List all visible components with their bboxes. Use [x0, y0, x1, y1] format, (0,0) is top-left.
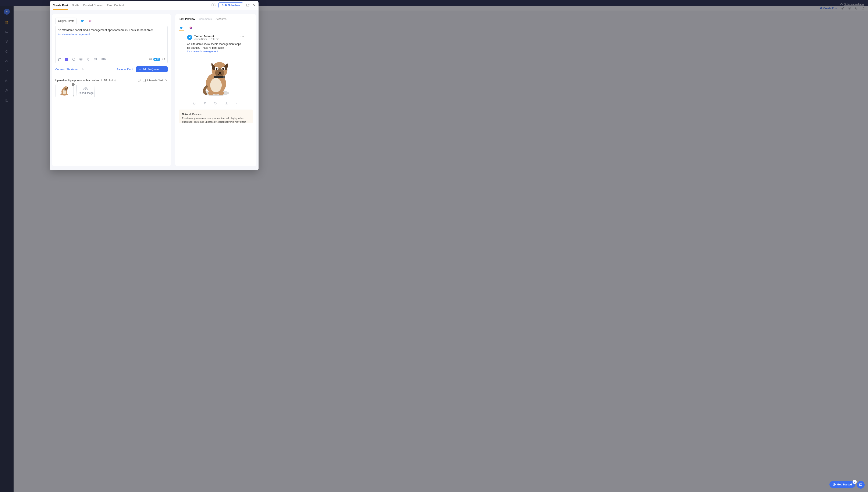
- preview-network-instagram[interactable]: [188, 25, 194, 30]
- tab-create-post[interactable]: Create Post: [53, 1, 68, 10]
- svg-point-28: [73, 59, 73, 59]
- tweet-meta: @userName · 12:40 pm: [194, 38, 219, 40]
- svg-rect-24: [58, 59, 59, 60]
- svg-point-27: [73, 58, 75, 60]
- help-icon[interactable]: ?: [211, 3, 216, 7]
- instagram-tab-icon[interactable]: [89, 19, 92, 23]
- close-modal-button[interactable]: ✕: [253, 3, 255, 7]
- remove-image-icon[interactable]: ✕: [72, 83, 75, 86]
- location-icon[interactable]: [86, 58, 90, 61]
- svg-point-21: [91, 20, 91, 20]
- post-composer: An affordable social media management ap…: [55, 26, 168, 63]
- tab-drafts[interactable]: Drafts: [72, 1, 79, 10]
- char-count: 98: [149, 58, 152, 61]
- svg-point-56: [216, 68, 218, 70]
- svg-rect-19: [89, 20, 91, 22]
- svg-point-52: [210, 78, 221, 92]
- stats-icon[interactable]: [235, 101, 239, 105]
- edit-image-icon[interactable]: ✎: [73, 95, 75, 97]
- retweet-icon[interactable]: [203, 101, 207, 105]
- svg-rect-44: [64, 90, 67, 91]
- network-preview-note: Network Preview Preview approximates how…: [179, 109, 253, 123]
- tweet-text: An affordable social media management ap…: [187, 42, 245, 54]
- preview-tab-post[interactable]: Post Preview: [179, 18, 195, 23]
- svg-rect-22: [58, 58, 59, 59]
- upload-info-icon[interactable]: i: [138, 79, 141, 82]
- get-started-badge: 3: [853, 480, 857, 484]
- create-post-modal: Create Post Drafts Curated Content Feed …: [50, 1, 258, 170]
- external-icon[interactable]: [246, 3, 250, 7]
- hashtag-count: # 1: [162, 58, 165, 61]
- twitter-tab-icon[interactable]: [81, 19, 84, 23]
- tab-curated[interactable]: Curated Content: [83, 1, 103, 10]
- utm-button[interactable]: UTM: [101, 58, 106, 61]
- upload-image-button[interactable]: Upload Image: [76, 84, 95, 97]
- svg-point-36: [63, 90, 66, 95]
- svg-rect-47: [190, 27, 192, 29]
- get-started-button[interactable]: Get Started 3: [829, 481, 855, 488]
- tweet-image: [198, 57, 234, 98]
- svg-point-58: [222, 68, 224, 70]
- preview-network-twitter[interactable]: [179, 25, 184, 30]
- bulk-schedule-button[interactable]: Bulk Schedule: [219, 2, 243, 8]
- upload-label: Upload multiple photos with a post (up t…: [55, 79, 116, 82]
- svg-point-46: [65, 94, 67, 95]
- svg-text:C: C: [66, 58, 67, 60]
- svg-point-63: [218, 91, 224, 95]
- svg-point-43: [66, 89, 66, 89]
- svg-text:GIF: GIF: [80, 59, 82, 60]
- gif-icon[interactable]: GIF: [79, 58, 83, 61]
- add-to-queue-button[interactable]: Add To Queue: [136, 66, 162, 72]
- svg-point-59: [219, 72, 221, 74]
- share-icon[interactable]: [225, 101, 228, 105]
- svg-rect-18: [247, 4, 249, 6]
- dog-image: [58, 85, 71, 96]
- svg-point-42: [67, 88, 67, 88]
- twitter-avatar: [187, 35, 192, 40]
- tab-feed[interactable]: Feed Content: [107, 1, 124, 10]
- add-to-queue-dropdown[interactable]: [162, 66, 168, 72]
- tweet-more-icon[interactable]: ···: [241, 35, 245, 39]
- chat-bubble-button[interactable]: [857, 481, 865, 489]
- uploaded-image-thumb[interactable]: ✕ ✎: [55, 84, 74, 97]
- reply-icon[interactable]: [193, 101, 196, 105]
- emoji-icon[interactable]: [72, 58, 75, 61]
- connect-shortener-link[interactable]: Connect Shortener: [55, 68, 78, 71]
- like-icon[interactable]: [214, 101, 218, 105]
- alternate-text-toggle[interactable]: Alternate Text: [143, 79, 163, 82]
- tab-original-draft[interactable]: Original Draft: [55, 18, 76, 24]
- tweet-account-name: Twitter Account: [194, 35, 219, 38]
- canva-icon[interactable]: C: [65, 58, 68, 61]
- svg-point-45: [62, 94, 64, 95]
- svg-point-29: [74, 59, 74, 59]
- save-as-draft-link[interactable]: Save as Draft: [117, 68, 133, 71]
- preview-tab-accounts[interactable]: Accounts: [216, 18, 226, 23]
- svg-point-61: [223, 76, 225, 78]
- tweet-preview: Twitter Account @userName · 12:40 pm ···…: [179, 35, 253, 105]
- svg-rect-23: [59, 58, 60, 59]
- template-icon[interactable]: [58, 58, 61, 61]
- svg-point-32: [88, 58, 89, 59]
- upload-close-icon[interactable]: ✕: [165, 79, 168, 82]
- svg-point-40: [65, 88, 65, 88]
- svg-point-62: [208, 91, 214, 95]
- composer-textarea[interactable]: An affordable social media management ap…: [58, 28, 165, 55]
- preview-tab-comments: Comments: [199, 18, 212, 23]
- shortener-remove-icon[interactable]: [81, 68, 84, 71]
- comment-icon[interactable]: [94, 58, 97, 61]
- twitter-char-count: 98: [153, 58, 160, 60]
